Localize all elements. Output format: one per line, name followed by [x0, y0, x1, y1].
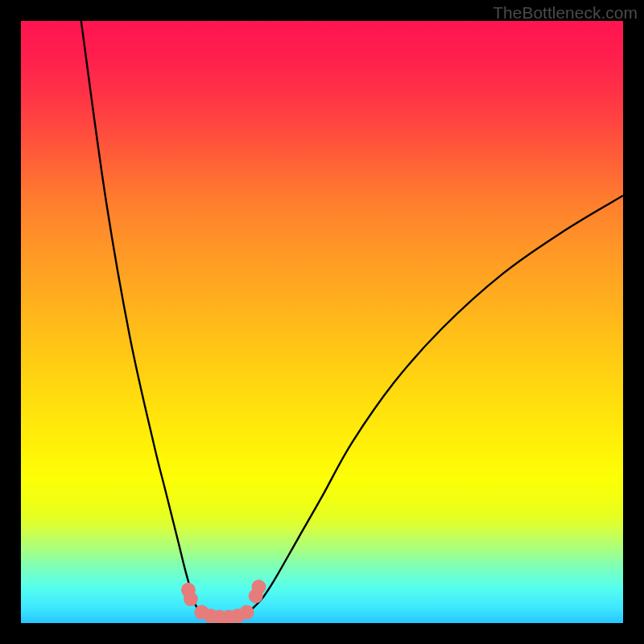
plot-svg — [21, 21, 623, 623]
watermark-text: TheBottleneck.com — [493, 3, 638, 23]
marker-point — [184, 592, 198, 606]
marker-point — [240, 605, 254, 620]
curve-right-curve — [250, 196, 623, 611]
curve-left-curve — [81, 21, 202, 611]
marker-point — [251, 580, 266, 594]
chart-area — [21, 21, 623, 623]
